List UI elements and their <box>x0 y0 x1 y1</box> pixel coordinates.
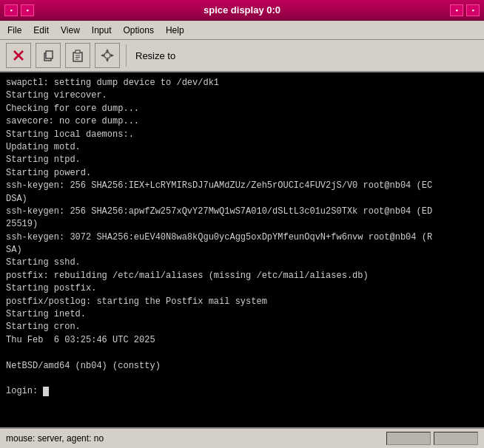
titlebar-title: spice display 0:0 <box>34 4 450 16</box>
menubar: File Edit View Input Options Help <box>0 21 484 40</box>
titlebar: ▪ ▪ spice display 0:0 ▪ ▪ <box>0 0 484 21</box>
resize-to-label: Resize to <box>135 50 175 61</box>
close-button[interactable] <box>6 43 31 68</box>
titlebar-minimize-button[interactable]: ▪ <box>450 4 463 16</box>
svg-marker-11 <box>106 59 109 62</box>
titlebar-controls-left: ▪ ▪ <box>4 4 34 16</box>
svg-marker-12 <box>101 54 104 57</box>
titlebar-controls-right: ▪ ▪ <box>450 4 480 16</box>
terminal-area[interactable]: swapctl: setting dump device to /dev/dk1… <box>0 72 484 427</box>
svg-rect-5 <box>75 50 80 53</box>
move-icon <box>100 48 115 63</box>
toolbar: Resize to <box>0 40 484 72</box>
menu-edit[interactable]: Edit <box>27 24 55 37</box>
status-indicator2 <box>434 432 478 445</box>
svg-marker-10 <box>106 49 109 52</box>
titlebar-left-btn2[interactable]: ▪ <box>21 4 34 16</box>
move-button[interactable] <box>95 43 120 68</box>
svg-rect-3 <box>46 51 53 58</box>
paste-button[interactable] <box>65 43 90 68</box>
status-indicator1 <box>386 432 431 445</box>
copy-icon <box>41 49 55 62</box>
menu-input[interactable]: Input <box>86 24 118 37</box>
statusbar: mouse: server, agent: no <box>0 427 484 448</box>
paste-icon <box>71 49 84 62</box>
status-text: mouse: server, agent: no <box>6 433 383 444</box>
menu-help[interactable]: Help <box>160 24 190 37</box>
copy-button[interactable] <box>36 43 61 68</box>
menu-view[interactable]: View <box>55 24 86 37</box>
svg-marker-13 <box>111 54 114 57</box>
titlebar-maximize-button[interactable]: ▪ <box>466 4 480 16</box>
terminal-output: swapctl: setting dump device to /dev/dk1… <box>6 77 478 398</box>
menu-file[interactable]: File <box>1 24 27 37</box>
svg-point-9 <box>104 52 110 58</box>
close-icon <box>12 49 25 62</box>
titlebar-left-btn1[interactable]: ▪ <box>4 4 18 16</box>
toolbar-separator <box>126 44 127 67</box>
menu-options[interactable]: Options <box>118 24 160 37</box>
